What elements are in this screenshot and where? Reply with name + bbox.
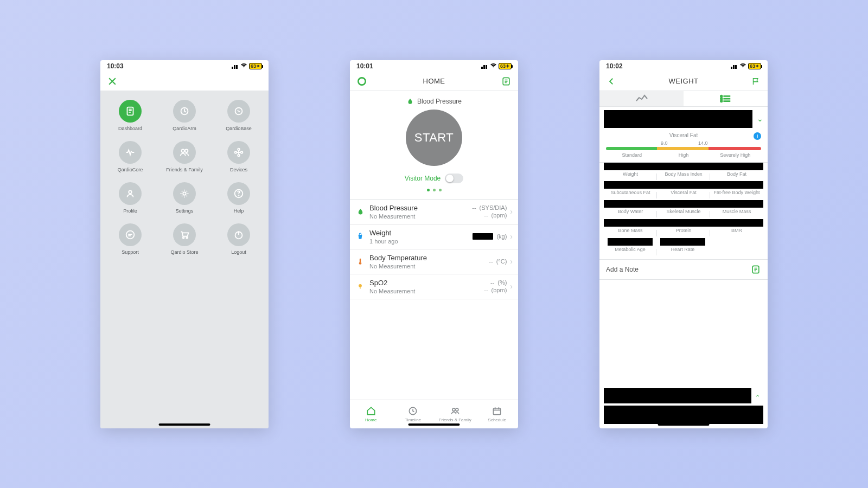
metric-spo2[interactable]: SpO2No Measurement --(%) --(bpm) › bbox=[350, 274, 518, 299]
menu-item-devices[interactable]: Devices bbox=[227, 141, 250, 172]
tab-home[interactable]: Home bbox=[350, 400, 392, 428]
status-indicators: 63✦ bbox=[731, 62, 761, 69]
qardiocore-icon bbox=[119, 141, 142, 164]
signal-icon bbox=[232, 63, 239, 69]
chevron-right-icon: › bbox=[510, 207, 513, 216]
friends-icon bbox=[173, 141, 196, 164]
redacted-value bbox=[710, 181, 763, 189]
tab-schedule[interactable]: Schedule bbox=[476, 400, 519, 428]
menu-item-logout[interactable]: Logout bbox=[227, 223, 250, 255]
visceral-fat-scale bbox=[606, 147, 761, 150]
menu-item-help[interactable]: Help bbox=[227, 182, 250, 214]
menu-item-qardiocore[interactable]: QardioCore bbox=[118, 141, 143, 172]
svg-point-10 bbox=[183, 192, 186, 195]
svg-point-17 bbox=[358, 78, 365, 85]
svg-point-28 bbox=[720, 98, 722, 99]
weight-summary-row[interactable]: ⌄ bbox=[604, 110, 763, 128]
svg-point-24 bbox=[452, 408, 455, 411]
brand-icon[interactable] bbox=[354, 74, 369, 89]
redacted-value bbox=[604, 200, 657, 208]
close-icon[interactable] bbox=[105, 74, 120, 89]
svg-point-20 bbox=[359, 262, 362, 265]
bp-icon bbox=[355, 207, 365, 216]
phone-menu: 10:03 63✦ Dashboard QardioArm QardioBase bbox=[100, 60, 269, 428]
back-icon[interactable] bbox=[604, 74, 619, 89]
battery-icon: 63✦ bbox=[499, 63, 512, 69]
redacted-value bbox=[604, 110, 752, 128]
menu-item-support[interactable]: Support bbox=[119, 223, 142, 255]
chevron-right-icon: › bbox=[510, 232, 513, 241]
page-dots[interactable] bbox=[427, 189, 442, 191]
clock: 10:03 bbox=[107, 62, 124, 70]
status-indicators: 63✦ bbox=[481, 62, 512, 69]
add-note-row[interactable]: Add a Note bbox=[599, 259, 768, 280]
metric-weight[interactable]: Weight1 hour ago 000(kg) › bbox=[350, 224, 518, 249]
gear-icon bbox=[173, 182, 196, 205]
notes-icon[interactable] bbox=[499, 74, 514, 89]
svg-point-8 bbox=[238, 154, 240, 156]
menu-item-settings[interactable]: Settings bbox=[173, 182, 196, 214]
battery-icon: 63✦ bbox=[748, 63, 761, 69]
redacted-value bbox=[710, 219, 763, 227]
menu-item-qardiobase[interactable]: QardioBase bbox=[226, 100, 252, 131]
navbar bbox=[100, 72, 269, 91]
home-hero: Blood Pressure START Visitor Mode bbox=[350, 91, 518, 200]
status-bar: 10:02 63✦ bbox=[599, 60, 768, 72]
redacted-value bbox=[604, 163, 657, 170]
menu-item-store[interactable]: Qardio Store bbox=[170, 223, 198, 255]
svg-point-29 bbox=[720, 100, 722, 102]
flag-icon[interactable] bbox=[748, 74, 763, 89]
signal-icon bbox=[481, 63, 488, 69]
redacted-value bbox=[660, 238, 705, 246]
qardioarm-icon bbox=[173, 100, 196, 123]
home-indicator bbox=[658, 423, 710, 426]
chevron-up-icon: › bbox=[754, 390, 761, 402]
metric-blood-pressure[interactable]: Blood PressureNo Measurement --(SYS/DIA)… bbox=[350, 200, 518, 224]
svg-point-27 bbox=[720, 95, 722, 97]
phone-home: 10:01 63✦ HOME Blood Pressure START Visi… bbox=[350, 60, 518, 428]
page-title: HOME bbox=[369, 77, 499, 85]
stats-row: Metabolic Age Heart Rate bbox=[604, 238, 763, 253]
hero-label: Blood Pressure bbox=[406, 98, 462, 105]
menu-body: Dashboard QardioArm QardioBase QardioCor… bbox=[100, 91, 269, 428]
menu-item-profile[interactable]: Profile bbox=[119, 182, 142, 214]
svg-rect-22 bbox=[360, 287, 360, 289]
menu-item-qardioarm[interactable]: QardioArm bbox=[173, 100, 196, 131]
navbar: HOME bbox=[350, 72, 518, 91]
status-indicators: 63✦ bbox=[232, 62, 262, 69]
help-icon bbox=[227, 182, 250, 205]
clock: 10:02 bbox=[606, 62, 623, 70]
bp-icon bbox=[406, 98, 414, 105]
menu-item-friends[interactable]: Friends & Family bbox=[166, 141, 203, 172]
svg-point-6 bbox=[241, 151, 243, 153]
start-button[interactable]: START bbox=[406, 110, 462, 166]
svg-rect-19 bbox=[360, 259, 361, 262]
friends-icon bbox=[450, 406, 461, 416]
svg-point-25 bbox=[456, 408, 458, 411]
logout-icon bbox=[227, 223, 250, 246]
info-icon[interactable]: i bbox=[754, 132, 761, 140]
visitor-mode-toggle[interactable] bbox=[445, 174, 463, 183]
redacted-value bbox=[604, 219, 657, 227]
history-row[interactable]: › bbox=[604, 388, 763, 404]
clock-icon bbox=[407, 406, 418, 416]
segment-list[interactable] bbox=[684, 91, 768, 106]
home-icon bbox=[366, 406, 376, 416]
metric-body-temp[interactable]: Body TemperatureNo Measurement --(°C) › bbox=[350, 249, 518, 274]
home-indicator bbox=[159, 423, 210, 426]
spo2-icon bbox=[355, 281, 365, 291]
redacted-value bbox=[657, 200, 710, 208]
navbar: WEIGHT bbox=[599, 72, 768, 91]
segment-chart[interactable] bbox=[599, 91, 684, 106]
phone-weight: 10:02 63✦ WEIGHT ⌄ Visceral Fat bbox=[599, 60, 768, 428]
menu-item-dashboard[interactable]: Dashboard bbox=[118, 100, 142, 131]
svg-point-7 bbox=[238, 148, 240, 150]
svg-point-5 bbox=[235, 151, 237, 153]
visitor-mode-row: Visitor Mode bbox=[405, 174, 463, 183]
svg-point-3 bbox=[181, 149, 184, 152]
metric-list: Blood PressureNo Measurement --(SYS/DIA)… bbox=[350, 200, 518, 299]
profile-icon bbox=[119, 182, 142, 205]
redacted-value bbox=[604, 181, 657, 189]
calendar-icon bbox=[492, 406, 502, 416]
dashboard-icon bbox=[119, 100, 142, 123]
